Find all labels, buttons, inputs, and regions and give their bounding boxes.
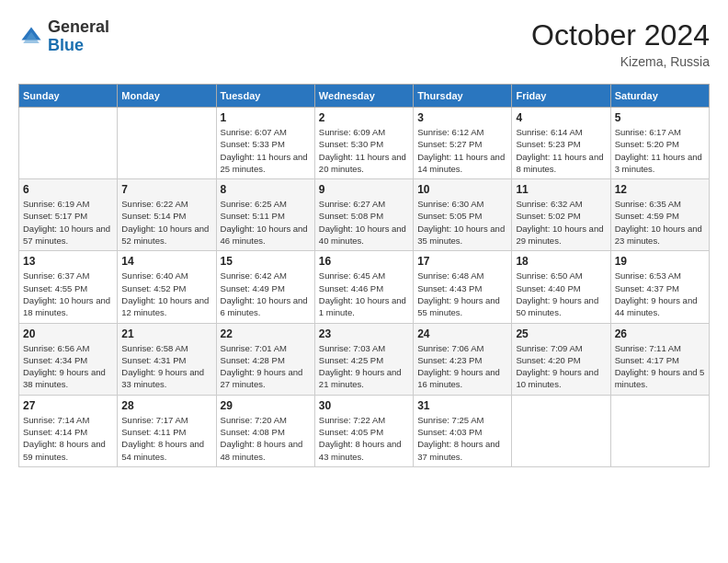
day-info: Sunrise: 6:07 AM Sunset: 5:33 PM Dayligh… [221, 126, 311, 175]
day-info: Sunrise: 6:40 AM Sunset: 4:52 PM Dayligh… [121, 270, 211, 318]
calendar-cell: 8Sunrise: 6:25 AM Sunset: 5:11 PM Daylig… [216, 179, 314, 251]
day-info: Sunrise: 6:53 AM Sunset: 4:37 PM Dayligh… [615, 270, 705, 318]
weekday-header-tuesday: Tuesday [216, 85, 314, 108]
day-number: 29 [221, 399, 311, 412]
calendar-cell: 6Sunrise: 6:19 AM Sunset: 5:17 PM Daylig… [19, 179, 118, 251]
day-number: 24 [417, 327, 507, 340]
calendar-header: SundayMondayTuesdayWednesdayThursdayFrid… [19, 85, 710, 108]
week-row-3: 13Sunrise: 6:37 AM Sunset: 4:55 PM Dayli… [19, 251, 710, 323]
calendar-cell: 3Sunrise: 6:12 AM Sunset: 5:27 PM Daylig… [414, 108, 512, 179]
day-info: Sunrise: 7:17 AM Sunset: 4:11 PM Dayligh… [121, 414, 211, 463]
day-info: Sunrise: 6:14 AM Sunset: 5:23 PM Dayligh… [516, 126, 606, 175]
calendar-cell: 19Sunrise: 6:53 AM Sunset: 4:37 PM Dayli… [610, 251, 709, 323]
calendar-cell: 24Sunrise: 7:06 AM Sunset: 4:23 PM Dayli… [414, 323, 512, 395]
day-number: 6 [23, 183, 113, 196]
day-info: Sunrise: 6:35 AM Sunset: 4:59 PM Dayligh… [615, 198, 705, 247]
calendar-cell [19, 108, 118, 179]
calendar-cell: 13Sunrise: 6:37 AM Sunset: 4:55 PM Dayli… [19, 251, 118, 323]
day-number: 25 [516, 327, 606, 340]
day-number: 10 [417, 183, 507, 196]
weekday-header-wednesday: Wednesday [314, 85, 413, 108]
location: Kizema, Russia [531, 54, 710, 69]
day-info: Sunrise: 6:17 AM Sunset: 5:20 PM Dayligh… [615, 126, 705, 175]
calendar-cell: 21Sunrise: 6:58 AM Sunset: 4:31 PM Dayli… [118, 323, 216, 395]
title-block: October 2024 Kizema, Russia [531, 18, 710, 69]
day-number: 19 [615, 255, 705, 268]
day-number: 3 [417, 111, 507, 124]
logo-icon [18, 24, 44, 50]
day-number: 5 [615, 111, 705, 124]
day-number: 9 [319, 183, 409, 196]
day-number: 4 [516, 111, 606, 124]
day-info: Sunrise: 6:58 AM Sunset: 4:31 PM Dayligh… [121, 342, 211, 391]
calendar-cell: 23Sunrise: 7:03 AM Sunset: 4:25 PM Dayli… [314, 323, 413, 395]
page-header: General Blue October 2024 Kizema, Russia [18, 18, 710, 69]
day-info: Sunrise: 6:22 AM Sunset: 5:14 PM Dayligh… [121, 198, 211, 247]
day-number: 11 [516, 183, 606, 196]
calendar-cell [610, 395, 709, 466]
day-number: 12 [615, 183, 705, 196]
day-number: 14 [121, 255, 211, 268]
calendar-cell: 27Sunrise: 7:14 AM Sunset: 4:14 PM Dayli… [19, 395, 118, 466]
logo-general: General [48, 17, 109, 36]
day-number: 2 [319, 111, 409, 124]
day-number: 30 [319, 399, 409, 412]
calendar-cell: 2Sunrise: 6:09 AM Sunset: 5:30 PM Daylig… [314, 108, 413, 179]
day-info: Sunrise: 7:03 AM Sunset: 4:25 PM Dayligh… [319, 342, 409, 391]
day-info: Sunrise: 6:30 AM Sunset: 5:05 PM Dayligh… [417, 198, 507, 247]
calendar-cell: 28Sunrise: 7:17 AM Sunset: 4:11 PM Dayli… [118, 395, 216, 466]
calendar-body: 1Sunrise: 6:07 AM Sunset: 5:33 PM Daylig… [19, 108, 710, 467]
calendar-cell: 22Sunrise: 7:01 AM Sunset: 4:28 PM Dayli… [216, 323, 314, 395]
day-number: 16 [319, 255, 409, 268]
day-number: 23 [319, 327, 409, 340]
logo: General Blue [18, 18, 109, 55]
day-number: 31 [417, 399, 507, 412]
day-number: 22 [221, 327, 311, 340]
day-number: 17 [417, 255, 507, 268]
weekday-header-thursday: Thursday [414, 85, 512, 108]
calendar-cell: 16Sunrise: 6:45 AM Sunset: 4:46 PM Dayli… [314, 251, 413, 323]
day-number: 18 [516, 255, 606, 268]
calendar-cell: 5Sunrise: 6:17 AM Sunset: 5:20 PM Daylig… [610, 108, 709, 179]
day-number: 20 [23, 327, 113, 340]
day-info: Sunrise: 6:32 AM Sunset: 5:02 PM Dayligh… [516, 198, 606, 247]
calendar-cell: 26Sunrise: 7:11 AM Sunset: 4:17 PM Dayli… [610, 323, 709, 395]
calendar-cell: 20Sunrise: 6:56 AM Sunset: 4:34 PM Dayli… [19, 323, 118, 395]
day-info: Sunrise: 7:06 AM Sunset: 4:23 PM Dayligh… [417, 342, 507, 391]
calendar-cell: 1Sunrise: 6:07 AM Sunset: 5:33 PM Daylig… [216, 108, 314, 179]
day-info: Sunrise: 6:19 AM Sunset: 5:17 PM Dayligh… [23, 198, 113, 247]
calendar-cell: 17Sunrise: 6:48 AM Sunset: 4:43 PM Dayli… [414, 251, 512, 323]
calendar-cell: 25Sunrise: 7:09 AM Sunset: 4:20 PM Dayli… [512, 323, 610, 395]
calendar-cell [118, 108, 216, 179]
week-row-5: 27Sunrise: 7:14 AM Sunset: 4:14 PM Dayli… [19, 395, 710, 466]
day-info: Sunrise: 6:42 AM Sunset: 4:49 PM Dayligh… [221, 270, 311, 318]
day-number: 13 [23, 255, 113, 268]
day-info: Sunrise: 6:12 AM Sunset: 5:27 PM Dayligh… [417, 126, 507, 175]
day-info: Sunrise: 7:09 AM Sunset: 4:20 PM Dayligh… [516, 342, 606, 391]
day-number: 28 [121, 399, 211, 412]
weekday-header-row: SundayMondayTuesdayWednesdayThursdayFrid… [19, 85, 710, 108]
calendar-cell: 29Sunrise: 7:20 AM Sunset: 4:08 PM Dayli… [216, 395, 314, 466]
day-info: Sunrise: 6:48 AM Sunset: 4:43 PM Dayligh… [417, 270, 507, 318]
calendar-cell: 4Sunrise: 6:14 AM Sunset: 5:23 PM Daylig… [512, 108, 610, 179]
day-number: 8 [221, 183, 311, 196]
day-info: Sunrise: 7:11 AM Sunset: 4:17 PM Dayligh… [615, 342, 705, 391]
month-title: October 2024 [531, 18, 710, 52]
day-number: 15 [221, 255, 311, 268]
calendar-cell: 7Sunrise: 6:22 AM Sunset: 5:14 PM Daylig… [118, 179, 216, 251]
calendar-cell: 14Sunrise: 6:40 AM Sunset: 4:52 PM Dayli… [118, 251, 216, 323]
calendar-cell: 12Sunrise: 6:35 AM Sunset: 4:59 PM Dayli… [610, 179, 709, 251]
weekday-header-monday: Monday [118, 85, 216, 108]
calendar-cell: 10Sunrise: 6:30 AM Sunset: 5:05 PM Dayli… [414, 179, 512, 251]
calendar-cell: 30Sunrise: 7:22 AM Sunset: 4:05 PM Dayli… [314, 395, 413, 466]
day-info: Sunrise: 7:14 AM Sunset: 4:14 PM Dayligh… [23, 414, 113, 463]
day-info: Sunrise: 6:09 AM Sunset: 5:30 PM Dayligh… [319, 126, 409, 175]
week-row-1: 1Sunrise: 6:07 AM Sunset: 5:33 PM Daylig… [19, 108, 710, 179]
day-number: 26 [615, 327, 705, 340]
calendar-cell: 15Sunrise: 6:42 AM Sunset: 4:49 PM Dayli… [216, 251, 314, 323]
calendar-table: SundayMondayTuesdayWednesdayThursdayFrid… [18, 84, 710, 467]
day-info: Sunrise: 7:22 AM Sunset: 4:05 PM Dayligh… [319, 414, 409, 463]
day-number: 21 [121, 327, 211, 340]
calendar-cell [512, 395, 610, 466]
calendar-cell: 9Sunrise: 6:27 AM Sunset: 5:08 PM Daylig… [314, 179, 413, 251]
